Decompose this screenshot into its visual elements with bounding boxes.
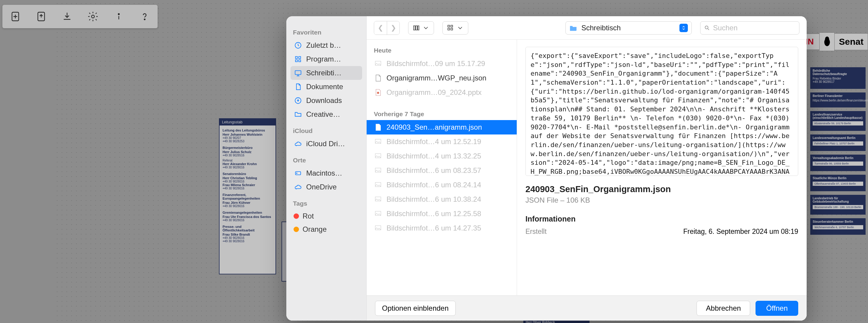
preview-meta: JSON File – 106 KB — [525, 196, 798, 205]
sidebar-item-label: OneDrive — [306, 183, 337, 191]
file-row[interactable]: Bildschirmfot…6 um 14.27.35 — [367, 221, 517, 235]
text-preview: {"export":{"saveExport":"save","includeL… — [525, 47, 798, 176]
sidebar-header-icloud: iCloud — [293, 127, 360, 135]
sidebar-item-disk[interactable]: Macintos… — [290, 166, 362, 180]
folder-icon — [293, 110, 303, 119]
file-name: Bildschirmfot…6 um 08.23.57 — [386, 166, 481, 175]
toolbar: ❮ ❯ Schreibtisch — [367, 16, 807, 40]
info-header: Informationen — [525, 215, 798, 223]
file-icon — [374, 224, 382, 232]
svg-point-23 — [377, 92, 379, 94]
sidebar-item-display[interactable]: Schreibti… — [290, 66, 362, 80]
tag-dot-icon — [293, 213, 299, 219]
svg-rect-18 — [451, 25, 453, 27]
file-row[interactable]: Bildschirmfot…4 um 13.32.25 — [367, 149, 517, 163]
file-icon — [374, 60, 382, 68]
search-input[interactable] — [713, 24, 796, 32]
sidebar-item-label: iCloud Dri… — [306, 140, 345, 148]
file-name: Bildschirmfot…4 um 12.52.19 — [386, 138, 481, 146]
svg-rect-17 — [448, 25, 450, 27]
group-mode[interactable] — [442, 21, 468, 35]
file-name: Bildschirmfot…6 um 10.38.24 — [386, 195, 481, 204]
file-row[interactable]: Bildschirmfot…6 um 10.38.24 — [367, 192, 517, 207]
tag-label: Rot — [303, 212, 314, 220]
sidebar-item-label: Dokumente — [306, 82, 343, 91]
sidebar-item-download[interactable]: Downloads — [290, 94, 362, 107]
info-value: Freitag, 6. September 2024 um 08:19 — [683, 227, 798, 236]
svg-rect-15 — [416, 26, 417, 30]
svg-point-21 — [705, 26, 708, 29]
search-field[interactable] — [700, 21, 799, 35]
display-icon — [293, 68, 303, 77]
sidebar-item-apps[interactable]: Program… — [290, 52, 362, 66]
tag-orange[interactable]: Orange — [290, 223, 362, 236]
file-icon — [374, 138, 382, 146]
file-name: Organigramm…09_2024.pptx — [386, 88, 482, 97]
svg-rect-16 — [418, 26, 419, 30]
file-icon — [374, 74, 382, 82]
file-row[interactable]: Bildschirmfot…4 um 12.52.19 — [367, 135, 517, 149]
sidebar-header-favoriten: Favoriten — [293, 29, 360, 36]
svg-rect-10 — [295, 71, 301, 74]
file-row[interactable]: Organigramm…WGP_neu.json — [367, 71, 517, 85]
location-label: Schreibtisch — [581, 24, 675, 32]
svg-rect-9 — [299, 60, 301, 62]
file-list: Heute Bildschirmfot…09 um 15.17.29Organi… — [367, 40, 517, 295]
location-popup[interactable]: Schreibtisch — [565, 21, 692, 35]
disk-icon — [293, 169, 303, 178]
sidebar-item-label: Schreibti… — [306, 69, 341, 77]
folder-icon — [569, 25, 577, 31]
open-button[interactable]: Öffnen — [755, 301, 798, 316]
file-row[interactable]: Bildschirmfot…6 um 12.25.58 — [367, 207, 517, 221]
tag-label: Orange — [303, 225, 327, 234]
file-name: 240903_Sen…anigramm.json — [386, 123, 482, 132]
sidebar-header-tags: Tags — [293, 200, 360, 207]
nav-forward-button[interactable]: ❯ — [387, 21, 399, 35]
main-pane: ❮ ❯ Schreibtisch — [366, 16, 807, 321]
group-vorherige: Vorherige 7 Tage — [367, 106, 517, 120]
file-icon — [374, 210, 382, 218]
sidebar-item-cloud[interactable]: OneDrive — [290, 180, 362, 194]
clock-icon — [293, 41, 303, 50]
sidebar-item-label: Downloads — [306, 96, 342, 105]
info-key: Erstellt — [525, 227, 547, 236]
group-heute: Heute — [367, 43, 517, 57]
file-row[interactable]: Bildschirmfot…6 um 08.23.57 — [367, 163, 517, 178]
file-row[interactable]: 240903_Sen…anigramm.json — [367, 120, 517, 135]
file-name: Bildschirmfot…6 um 08.24.14 — [386, 181, 481, 189]
cancel-button[interactable]: Abbrechen — [696, 301, 750, 316]
file-name: Bildschirmfot…4 um 13.32.25 — [386, 152, 481, 160]
dialog-footer: Optionen einblenden Abbrechen Öffnen — [367, 295, 807, 321]
sidebar-item-label: Zuletzt b… — [306, 41, 341, 49]
svg-rect-14 — [413, 26, 415, 30]
svg-rect-6 — [296, 57, 298, 59]
file-row[interactable]: Bildschirmfot…09 um 15.17.29 — [367, 57, 517, 71]
svg-rect-7 — [299, 57, 301, 59]
sidebar-item-icloud-drive[interactable]: iCloud Dri… — [290, 137, 362, 151]
chevron-down-icon — [422, 24, 430, 32]
sidebar-item-folder[interactable]: Creative… — [290, 107, 362, 121]
cloud-icon — [293, 139, 303, 148]
sidebar-item-label: Program… — [306, 55, 341, 63]
search-icon — [704, 25, 710, 31]
sidebar-item-doc[interactable]: Dokumente — [290, 80, 362, 94]
nav-back-button[interactable]: ❮ — [374, 21, 387, 35]
file-name: Bildschirmfot…6 um 14.27.35 — [386, 224, 481, 232]
file-open-dialog: Favoriten Zuletzt b…Program…Schreibti…Do… — [286, 16, 807, 321]
file-name: Bildschirmfot…09 um 15.17.29 — [386, 60, 485, 68]
file-icon — [374, 123, 382, 132]
updown-icon — [679, 24, 688, 32]
options-button[interactable]: Optionen einblenden — [375, 301, 456, 316]
info-created: Erstellt Freitag, 6. September 2024 um 0… — [525, 227, 798, 236]
tag-rot[interactable]: Rot — [290, 210, 362, 223]
nav-buttons: ❮ ❯ — [374, 21, 400, 35]
view-mode-columns[interactable] — [408, 21, 434, 35]
sidebar-item-clock[interactable]: Zuletzt b… — [290, 38, 362, 52]
sidebar-item-label: Creative… — [306, 110, 340, 118]
download-icon — [293, 96, 303, 105]
svg-rect-19 — [448, 28, 450, 30]
file-row[interactable]: Organigramm…09_2024.pptx — [367, 85, 517, 100]
svg-rect-20 — [451, 28, 453, 30]
file-row[interactable]: Bildschirmfot…6 um 08.24.14 — [367, 178, 517, 192]
chevron-down-icon — [457, 24, 464, 32]
